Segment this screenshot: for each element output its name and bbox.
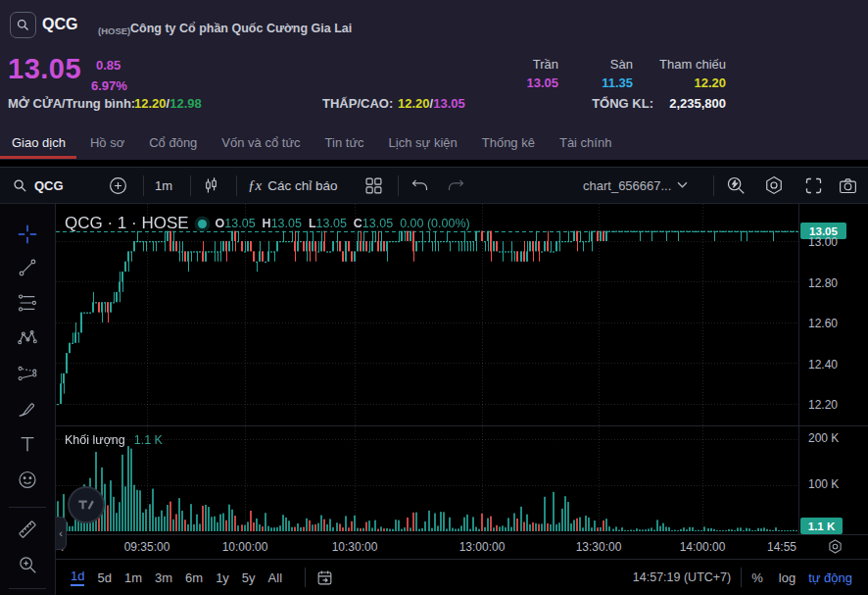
auto-scale-button[interactable]: tự động: [808, 570, 852, 585]
chart-legend[interactable]: QCG · 1 · HOSE O13.05 H13.05 L13.05 C13.…: [65, 214, 470, 233]
range-all-button[interactable]: All: [268, 570, 282, 585]
volume-legend[interactable]: Khối lượng1.1 K: [65, 433, 163, 447]
average-value: 12.98: [169, 96, 202, 111]
tab-tin-tuc[interactable]: Tin tức: [325, 135, 364, 150]
stock-trading-app: QCG (HOSE) Công ty Cổ phần Quốc Cường Gi…: [0, 0, 868, 595]
legend-open: 13.05: [224, 217, 255, 230]
tool-projection-button[interactable]: [11, 359, 44, 388]
tool-zoom-in-button[interactable]: [11, 550, 44, 579]
tool-text-button[interactable]: [11, 429, 44, 459]
snapshot-button[interactable]: [838, 168, 858, 203]
range-1m-button[interactable]: 1m: [124, 570, 142, 585]
interval-button[interactable]: 1m: [155, 168, 172, 203]
open-letter: O: [216, 217, 225, 230]
high-letter: H: [263, 217, 271, 230]
time-tick: 14:55: [767, 540, 796, 554]
chart-symbol-search-button[interactable]: QCG: [12, 168, 64, 203]
chart-type-button[interactable]: [201, 168, 221, 203]
layout-name-label: chart_656667...: [583, 178, 671, 193]
reference-label: Tham chiếu: [628, 57, 726, 72]
ceiling-value: 13.05: [480, 75, 558, 90]
time-axis-settings-button[interactable]: [827, 538, 844, 555]
chart-settings-button[interactable]: [763, 168, 785, 203]
chart-toolbar: QCG 1m ƒx Các chỉ báo chart_656667...: [0, 167, 868, 204]
range-1d-button[interactable]: 1d: [71, 569, 84, 586]
time-axis[interactable]: 4 09:35:00 10:00:00 10:30:00 13:00:00 13…: [56, 534, 868, 559]
exchange-label: (HOSE): [98, 25, 130, 36]
quote-header: QCG (HOSE) Công ty Cổ phần Quốc Cường Gi…: [0, 0, 868, 160]
tab-thong-ke[interactable]: Thống kê: [482, 135, 535, 150]
gear-icon: [827, 538, 844, 555]
range-3m-button[interactable]: 3m: [155, 570, 172, 585]
crosshair-icon: [17, 223, 38, 245]
tool-emoji-button[interactable]: [11, 465, 44, 494]
tool-pattern-button[interactable]: [11, 323, 44, 353]
tab-giao-dich[interactable]: Giao dịch: [12, 135, 66, 150]
layout-name-button[interactable]: chart_656667...: [583, 168, 688, 203]
tradingview-logo-icon: [74, 493, 98, 517]
tab-lich-su-kien[interactable]: Lịch sự kiện: [389, 135, 458, 150]
toolbar-divider: [9, 588, 46, 589]
toolbar-separator: [190, 175, 191, 196]
total-volume-value: 2,235,800: [628, 96, 726, 111]
floor-label: Sàn: [555, 57, 633, 72]
undo-button[interactable]: [410, 168, 430, 203]
tool-fib-retracement-button[interactable]: [11, 288, 44, 318]
tool-measure-button[interactable]: [11, 515, 44, 544]
low-letter: L: [309, 217, 316, 230]
low-high-value: 12.20/13.05: [398, 96, 465, 111]
go-to-date-button[interactable]: [315, 569, 334, 587]
price-axis[interactable]: 13.05 13.00 12.80 12.60 12.40 12.20 200 …: [798, 204, 868, 534]
tool-brush-button[interactable]: [11, 394, 44, 423]
range-5y-button[interactable]: 5y: [242, 570, 256, 585]
redo-icon: [446, 175, 466, 196]
price-tick: 12.20: [808, 398, 838, 412]
close-letter: C: [354, 217, 362, 230]
reference-value: 12.20: [628, 75, 726, 90]
symbol-search-button[interactable]: [10, 12, 36, 38]
tradingview-logo[interactable]: [68, 486, 105, 523]
emoji-icon: [17, 469, 38, 490]
compare-add-button[interactable]: [108, 168, 128, 203]
price-chart-canvas[interactable]: [56, 204, 798, 534]
layout-grid-button[interactable]: [363, 168, 384, 203]
pane-divider[interactable]: [56, 425, 868, 426]
tool-crosshair-button[interactable]: [11, 220, 44, 249]
fib-retracement-icon: [17, 292, 38, 314]
chart-symbol-label: QCG: [34, 178, 64, 193]
percent-scale-button[interactable]: %: [751, 570, 763, 585]
tab-co-dong[interactable]: Cổ đông: [149, 135, 197, 150]
toolbar-collapse-handle[interactable]: ‹: [56, 517, 67, 550]
open-average-label: MỞ CỬA/Trung bình:: [8, 96, 135, 111]
tab-ho-so[interactable]: Hồ sơ: [90, 135, 124, 150]
chevron-down-icon: [677, 181, 688, 189]
ceiling-label: Trần: [480, 57, 558, 72]
indicators-button[interactable]: ƒx Các chỉ báo: [248, 168, 337, 203]
range-5d-button[interactable]: 5d: [97, 570, 111, 585]
price-change-percent: 6.97%: [91, 78, 127, 93]
tab-tai-chinh[interactable]: Tài chính: [559, 135, 611, 150]
range-6m-button[interactable]: 6m: [185, 570, 203, 585]
range-1y-button[interactable]: 1y: [216, 570, 229, 585]
redo-button[interactable]: [446, 168, 466, 203]
open-average-value: 12.20/12.98: [134, 96, 202, 111]
chart-bottom-bar: 1d 5d 1m 3m 6m 1y 5y All 14:57:19 (UTC+7…: [56, 559, 868, 595]
time-tick: 13:00:00: [459, 540, 506, 554]
legend-high: 13.05: [271, 217, 302, 230]
company-name: Công ty Cổ phần Quốc Cường Gia Lai: [130, 22, 352, 35]
quick-search-button[interactable]: [725, 168, 747, 203]
fullscreen-button[interactable]: [803, 168, 824, 203]
log-scale-button[interactable]: log: [779, 570, 796, 585]
clock[interactable]: 14:57:19 (UTC+7): [633, 570, 731, 584]
xabcd-pattern-icon: [17, 327, 38, 349]
low-value: 12.20: [398, 96, 430, 111]
time-tick: 13:30:00: [576, 540, 622, 554]
ruler-icon: [17, 519, 38, 540]
toolbar-separator: [143, 175, 144, 196]
tool-trendline-button[interactable]: [11, 253, 44, 282]
price-tick: 13.00: [808, 235, 838, 249]
tab-von-va-co-tuc[interactable]: Vốn và cổ tức: [221, 135, 300, 150]
last-price: 13.05: [8, 53, 81, 85]
price-change: 0.85: [96, 58, 121, 73]
brush-icon: [17, 398, 38, 420]
